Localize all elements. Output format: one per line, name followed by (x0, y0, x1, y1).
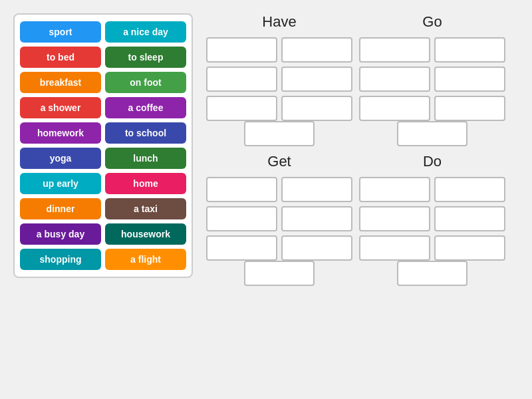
go-drop-6[interactable] (434, 96, 505, 121)
do-grid (359, 177, 505, 261)
word-tile-to-sleep[interactable]: to sleep (105, 47, 186, 68)
get-drop-2[interactable] (281, 177, 352, 202)
go-drop-1[interactable] (359, 37, 430, 63)
get-drop-5[interactable] (206, 235, 277, 261)
go-title: Go (422, 13, 442, 31)
do-drop-5[interactable] (359, 235, 430, 261)
go-grid (359, 37, 505, 121)
have-drop-7[interactable] (244, 121, 315, 146)
have-grid (206, 37, 352, 121)
have-drop-4[interactable] (281, 66, 352, 92)
go-drop-2[interactable] (434, 37, 505, 63)
word-tile-lunch[interactable]: lunch (105, 148, 186, 169)
go-drop-5[interactable] (359, 96, 430, 121)
get-title: Get (267, 153, 291, 170)
word-tile-a-flight[interactable]: a flight (105, 249, 186, 270)
go-drop-7[interactable] (397, 121, 467, 146)
do-last-row (359, 261, 505, 286)
do-drop-2[interactable] (434, 177, 505, 202)
word-tile-to-bed[interactable]: to bed (20, 47, 101, 68)
go-section: Go (359, 13, 505, 146)
get-drop-3[interactable] (206, 206, 277, 231)
do-title: Do (423, 153, 442, 170)
have-last-row (206, 121, 352, 146)
word-tile-a-shower[interactable]: a shower (20, 97, 101, 118)
have-drop-1[interactable] (206, 37, 277, 63)
get-grid (206, 177, 352, 261)
word-tile-a-coffee[interactable]: a coffee (105, 97, 186, 118)
do-section: Do (359, 153, 505, 286)
get-drop-4[interactable] (281, 206, 352, 231)
do-drop-6[interactable] (434, 235, 505, 261)
word-tile-yoga[interactable]: yoga (20, 148, 101, 169)
do-drop-7[interactable] (397, 261, 467, 286)
categories-panel: Have Go Get (193, 13, 519, 286)
word-tile-shopping[interactable]: shopping (20, 249, 101, 270)
word-tile-home[interactable]: home (105, 173, 186, 194)
word-tile-homework[interactable]: homework (20, 122, 101, 144)
have-section: Have (206, 13, 352, 146)
go-drop-4[interactable] (434, 66, 505, 92)
word-tile-dinner[interactable]: dinner (20, 198, 101, 219)
have-title: Have (262, 13, 296, 31)
go-drop-3[interactable] (359, 66, 430, 92)
word-tiles-panel: sporta nice dayto bedto sleepbreakfaston… (13, 13, 193, 278)
have-drop-3[interactable] (206, 66, 277, 92)
have-drop-6[interactable] (281, 96, 352, 121)
word-tile-a-taxi[interactable]: a taxi (105, 198, 186, 219)
get-drop-1[interactable] (206, 177, 277, 202)
have-drop-2[interactable] (281, 37, 352, 63)
word-tile-to-school[interactable]: to school (105, 122, 186, 144)
go-last-row (359, 121, 505, 146)
word-tile-a-busy-day[interactable]: a busy day (20, 223, 101, 245)
word-tile-on-foot[interactable]: on foot (105, 72, 186, 93)
word-tile-sport[interactable]: sport (20, 21, 101, 43)
word-tile-up-early[interactable]: up early (20, 173, 101, 194)
word-tile-breakfast[interactable]: breakfast (20, 72, 101, 93)
do-drop-4[interactable] (434, 206, 505, 231)
word-tile-housework[interactable]: housework (105, 223, 186, 245)
get-section: Get (206, 153, 352, 286)
get-drop-6[interactable] (281, 235, 352, 261)
do-drop-3[interactable] (359, 206, 430, 231)
word-tile-a-nice-day[interactable]: a nice day (105, 21, 186, 43)
get-drop-7[interactable] (244, 261, 315, 286)
have-drop-5[interactable] (206, 96, 277, 121)
get-last-row (206, 261, 352, 286)
do-drop-1[interactable] (359, 177, 430, 202)
